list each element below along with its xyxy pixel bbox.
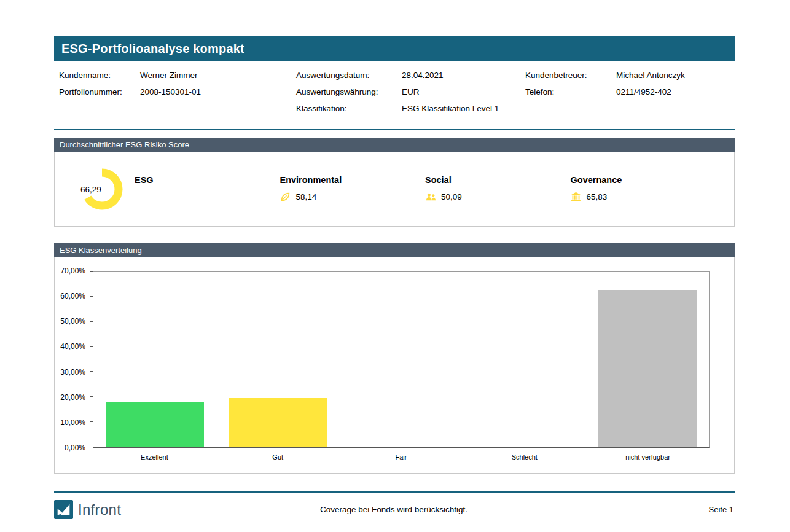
esg-distribution-section-header: ESG Klassenverteilung [54,243,735,257]
people-icon [425,192,436,203]
y-tick-label: 0,00% [65,444,85,452]
info-row-kundenbetreuer: Kundenbetreuer: Michael Antonczyk [525,69,730,86]
y-tick-label: 20,00% [60,393,85,402]
report-title: ESG-Portfolioanalyse kompakt [61,42,244,56]
infront-logo-icon [54,500,73,519]
field-label: Portfolionummer: [59,86,140,98]
field-value: 28.04.2021 [402,69,444,82]
y-tick-mark [90,396,93,397]
pillar-environmental: Environmental 58,14 [280,175,426,203]
pillar-value-row: 58,14 [280,191,426,203]
info-divider [54,129,735,130]
y-tick-label: 70,00% [60,267,85,275]
field-label: Auswertungsdatum: [296,69,402,82]
pillar-social: Social 50,09 [425,175,571,203]
y-tick-mark [90,371,93,372]
field-value: Werner Zimmer [140,69,198,82]
bank-icon [571,192,582,203]
x-tick-label: Schlecht [463,453,586,461]
client-info: Kundenname: Werner Zimmer Portfolionumme… [54,61,735,124]
y-tick-label: 50,00% [60,317,85,326]
bar-5 [598,290,697,447]
bar-slot [93,272,216,447]
bar-slot [586,272,709,447]
esg-score-section-header: Durchschnittlicher ESG Risiko Score [54,138,735,152]
field-label: Telefon: [525,86,616,98]
pillar-esg: ESG [135,175,280,203]
client-info-col-1: Kundenname: Werner Zimmer Portfolionumme… [59,69,296,119]
y-tick-mark [90,321,93,322]
x-tick-label: Fair [340,453,463,461]
field-label: Klassifikation: [296,103,402,115]
leaf-icon [280,192,291,203]
esg-distribution-section: ESG Klassenverteilung 0,00%10,00%20,00%3… [54,243,735,474]
y-tick-mark [90,447,93,447]
report-footer: Infront Coverage bei Fonds wird berücksi… [54,491,735,519]
y-tick-mark [90,346,93,347]
report-title-bar: ESG-Portfolioanalyse kompakt [54,36,735,61]
info-row-kundenname: Kundenname: Werner Zimmer [59,69,296,86]
field-value: 0211/4952-402 [616,86,671,98]
infront-logo-text: Infront [78,501,121,518]
bar-slot [216,272,339,447]
field-value: Michael Antonczyk [616,69,685,82]
x-tick-label: Gut [216,453,340,461]
info-row-auswertungswaehrung: Auswertungswährung: EUR [296,86,525,103]
pillar-value-row [135,191,280,203]
field-value: EUR [402,86,420,98]
info-row-telefon: Telefon: 0211/4952-402 [525,86,730,103]
y-tick-mark [90,296,93,297]
x-axis: ExzellentGutFairSchlechtnicht verfügbar [93,453,710,461]
bar-slot [340,272,463,447]
pillar-value: 50,09 [441,192,462,201]
pillar-title: Social [425,175,571,185]
footer-divider [54,491,735,493]
field-label: Kundenname: [59,69,140,82]
y-tick-label: 10,00% [60,418,85,427]
footer-row: Infront Coverage bei Fonds wird berücksi… [54,500,735,519]
esg-score-donut: 66,29 [80,168,123,211]
esg-score-value: 66,29 [80,184,101,194]
x-tick-label: nicht verfügbar [586,453,710,461]
page-number: Seite 1 [467,505,735,514]
field-label: Auswertungswährung: [296,86,402,98]
y-tick-label: 60,00% [60,292,85,300]
y-tick-label: 30,00% [60,368,85,377]
pillar-value-row: 65,83 [571,191,716,203]
pillar-title: ESG [135,175,280,185]
bar-2 [229,398,327,447]
y-axis: 0,00%10,00%20,00%30,00%40,00%50,00%60,00… [55,271,90,448]
pillar-value: 65,83 [587,192,608,201]
esg-score-section: Durchschnittlicher ESG Risiko Score 66,2… [54,138,735,227]
client-info-col-2: Auswertungsdatum: 28.04.2021 Auswertungs… [296,69,525,119]
bar-1 [106,402,204,447]
esg-distribution-chart: 0,00%10,00%20,00%30,00%40,00%50,00%60,00… [54,257,735,474]
field-label: Kundenbetreuer: [525,69,616,82]
bar-plot [93,271,710,448]
esg-score-section-body: 66,29 ESG Environmental 58,14 [54,152,735,227]
bars [93,272,709,447]
info-row-auswertungsdatum: Auswertungsdatum: 28.04.2021 [296,69,525,86]
x-tick-label: Exzellent [93,453,216,461]
pillar-title: Environmental [280,175,426,185]
client-info-col-3: Kundenbetreuer: Michael Antonczyk Telefo… [525,69,730,119]
pillar-governance: Governance 65,83 [571,175,716,203]
y-tick-mark [90,271,93,272]
infront-logo: Infront [54,500,121,519]
pillar-value: 58,14 [296,192,317,201]
pillar-value-row: 50,09 [425,191,571,203]
y-tick-mark [90,421,93,422]
report-page: ESG-Portfolioanalyse kompakt Kundenname:… [54,36,735,474]
y-tick-label: 40,00% [60,342,85,351]
info-row-portfolionummer: Portfolionummer: 2008-150301-01 [59,86,296,103]
footer-note: Coverage bei Fonds wird berücksichtigt. [320,505,467,514]
info-row-klassifikation: Klassifikation: ESG Klassifikation Level… [296,103,525,119]
field-value: 2008-150301-01 [140,86,201,98]
bar-slot [463,272,585,447]
field-value: ESG Klassifikation Level 1 [402,103,499,115]
pillar-title: Governance [571,175,716,185]
footer-left: Infront [54,500,320,519]
